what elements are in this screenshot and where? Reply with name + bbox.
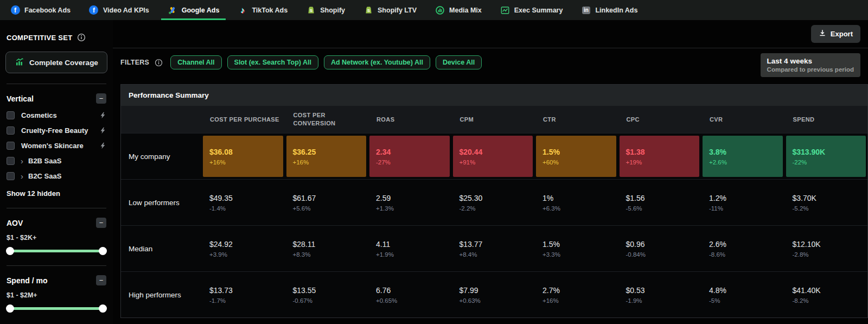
toolbar: Export [113,20,868,48]
filters-label: FILTERS [120,59,149,66]
metric-cell: 2.7%+16% [536,274,616,315]
filter-chip-device[interactable]: Device All [436,55,482,69]
divider [7,265,106,266]
column-header: COST PER PURCHASE [201,116,285,124]
metric-cell: $13.77+8.4% [453,228,533,269]
tab-shopify[interactable]: S Shopify [297,0,354,20]
coverage-chart-icon [15,57,24,68]
metric-cell: 1%+6.3% [536,182,616,223]
shopify-icon: S [363,5,373,15]
tab-label: Google Ads [182,7,220,14]
tab-label: Exec Summary [514,7,563,14]
boost-icon [99,142,106,149]
tab-label: TikTok Ads [252,7,288,14]
table-row-my-company: My company $36.08+16% $36.25+16% 2.34-27… [121,133,867,179]
period-selector[interactable]: Last 4 weeks Compared to previous period [761,53,860,77]
checkbox[interactable] [7,157,15,165]
filter-chip-ad-network[interactable]: Ad Network (ex. Youtube) All [324,55,430,69]
collapse-aov-button[interactable]: − [96,218,106,228]
facebook-icon: f [10,5,20,15]
complete-coverage-button[interactable]: Complete Coverage [5,52,107,73]
tab-media-mix[interactable]: Media Mix [426,0,491,20]
metric-cell: 4.11+1.9% [369,228,450,269]
metric-cell: 2.34-27% [369,136,450,177]
filter-chip-channel[interactable]: Channel All [170,55,221,69]
metric-cell: $1.38+19% [620,136,700,177]
collapse-spend-button[interactable]: − [96,275,106,285]
table-row-low-performers: Low performers $49.35-1.4% $61.67+5.6% 2… [121,179,867,225]
column-header: CVR [701,116,784,124]
vertical-section-title: Vertical [7,94,34,103]
tab-exec-summary[interactable]: Exec Summary [491,0,572,20]
tiktok-icon: ♪ [238,5,247,15]
top-nav: f Facebook Ads f Video Ad KPIs Google Ad… [0,0,868,20]
metric-cell: $61.67+5.6% [286,182,367,223]
aov-section-title: AOV [7,219,23,227]
metric-cell: $13.55-0.67% [286,274,367,315]
checkbox[interactable] [7,172,15,180]
tab-label: Video Ad KPIs [103,7,149,14]
metric-cell: $20.44+91% [453,136,533,177]
metric-cell: $3.70K-5.2% [786,182,866,223]
coverage-button-label: Complete Coverage [29,59,98,67]
chevron-right-icon[interactable]: › [21,172,23,180]
show-hidden-link[interactable]: Show 12 hidden [5,189,107,198]
table-row-high-performers: High performers $13.73-1.7% $13.55-0.67%… [121,271,867,317]
metric-cell: $1.56-5.6% [620,182,700,223]
info-icon[interactable] [155,59,163,67]
checkbox[interactable] [7,111,15,119]
slider-handle-max[interactable] [99,304,107,313]
checkbox[interactable] [7,126,15,135]
export-button-label: Export [831,30,853,38]
export-button[interactable]: Export [811,25,860,43]
tab-label: Media Mix [449,7,482,14]
row-label: My company [121,153,201,161]
vertical-option-b2c-saas[interactable]: › B2C SaaS [5,168,107,183]
tab-label: LinkedIn Ads [595,7,637,14]
tab-label: Shopify [320,7,345,14]
facebook-icon: f [89,5,99,15]
metric-cell: $28.11+8.3% [286,228,367,269]
tab-tiktok-ads[interactable]: ♪ TikTok Ads [228,0,297,20]
aov-range-slider[interactable] [7,246,106,255]
checkbox[interactable] [7,142,15,150]
tab-facebook-ads[interactable]: f Facebook Ads [1,0,80,20]
vertical-option-cruelty-free-beauty[interactable]: Cruelty-Free Beauty [5,123,107,138]
spend-range-slider[interactable] [7,304,106,313]
chevron-right-icon[interactable]: › [21,157,23,165]
tab-linkedin-ads[interactable]: in LinkedIn Ads [572,0,647,20]
period-title: Last 4 weeks [767,57,854,65]
metric-cell: $0.96-0.84% [620,228,700,269]
shopify-icon: S [306,5,316,15]
period-subtitle: Compared to previous period [767,66,854,73]
slider-track [9,250,104,252]
slider-handle-max[interactable] [99,247,107,255]
exec-summary-icon [500,5,510,15]
tab-video-ad-kpis[interactable]: f Video Ad KPIs [80,0,158,20]
metric-cell: $0.53-1.9% [620,274,700,315]
metric-cell: 4.8%-5% [703,274,783,315]
slider-track [9,307,104,310]
collapse-vertical-button[interactable]: − [96,93,106,104]
info-icon[interactable] [77,33,86,42]
metric-cell: 1.2%-11% [703,182,783,223]
metric-cell: 2.6%-8.6% [703,228,783,269]
slider-handle-min[interactable] [6,304,14,313]
metric-cell: $41.40K-8.2% [786,274,866,315]
vertical-option-womens-skincare[interactable]: Women's Skincare [5,138,107,153]
column-header: ROAS [368,116,451,124]
vertical-option-cosmetics[interactable]: Cosmetics [5,107,107,123]
metric-cell: 3.8%+2.6% [703,136,783,177]
row-label: Low performers [121,199,201,207]
tab-shopify-ltv[interactable]: S Shopify LTV [354,0,426,20]
metric-cell: $49.35-1.4% [203,182,283,223]
tab-google-ads[interactable]: Google Ads [158,0,229,20]
column-header: CPM [451,116,535,124]
filter-chip-slot[interactable]: Slot (ex. Search Top) All [227,55,318,69]
vertical-option-b2b-saas[interactable]: › B2B SaaS [5,153,107,168]
media-mix-icon [435,5,445,15]
metric-cell: $12.10K-2.8% [786,228,866,269]
slider-handle-min[interactable] [6,247,14,255]
divider [7,84,106,84]
download-icon [819,29,826,39]
